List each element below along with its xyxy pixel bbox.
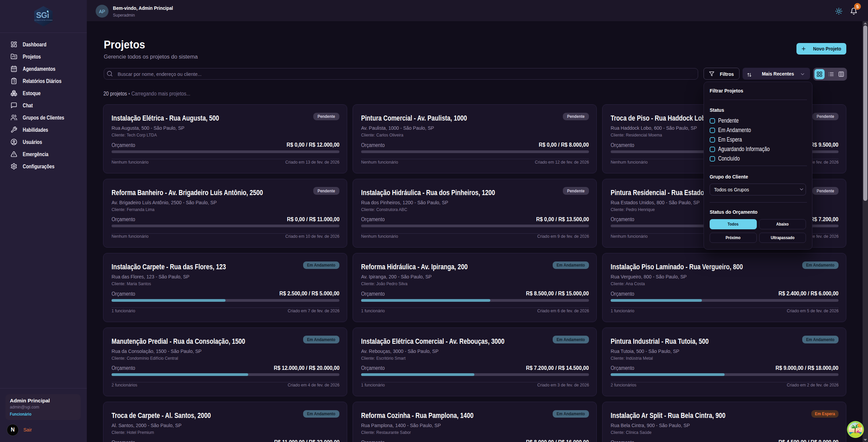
svg-text:SISTEMA DE GESTÃO INTEGRADA: SISTEMA DE GESTÃO INTEGRADA bbox=[35, 19, 53, 21]
svg-text:SGi: SGi bbox=[36, 11, 49, 20]
